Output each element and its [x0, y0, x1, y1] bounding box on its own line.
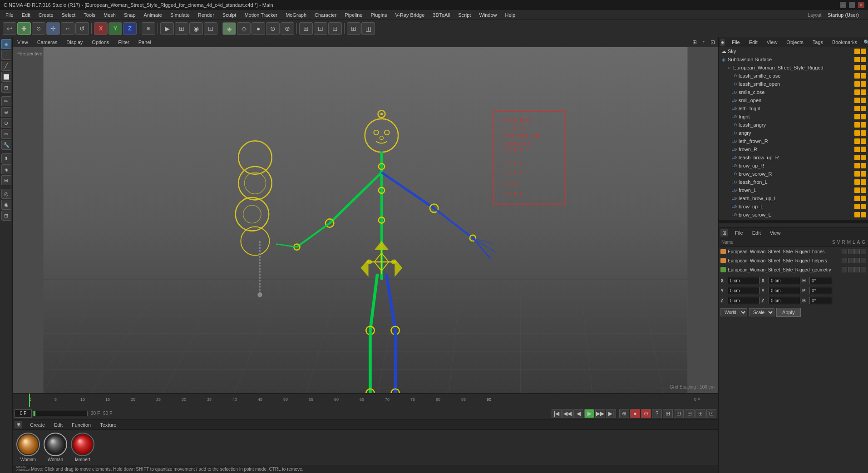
go-to-end[interactable]: ▶|	[606, 409, 616, 418]
dope-sheet[interactable]: ⊟	[685, 409, 695, 418]
rot-h-input[interactable]	[769, 277, 800, 284]
left-tool-select[interactable]: ◈	[1, 39, 11, 49]
vp-tab-display[interactable]: Display	[64, 39, 85, 46]
attr-menu-edit[interactable]: Edit	[750, 229, 764, 236]
fcurve[interactable]: ⊞	[695, 409, 705, 418]
pos-y-input[interactable]	[728, 287, 760, 294]
maximize-button[interactable]: □	[849, 2, 855, 8]
autokey-btn[interactable]: ⊙	[641, 409, 651, 418]
render-to-po[interactable]: ◉	[189, 22, 203, 35]
keyframe-mode[interactable]: ⊕	[619, 409, 629, 418]
obj-item-leash-smille-close[interactable]: L⊙ leash_smille_close	[719, 72, 868, 80]
left-tool-points[interactable]: ·	[1, 50, 11, 60]
play-forward[interactable]: ▶	[584, 409, 594, 418]
left-tool-extrude[interactable]: ⬆	[1, 153, 11, 163]
obj-item-brow-sorow-r[interactable]: L⊙ brow_sorow_R	[719, 170, 868, 178]
obj-item-fright[interactable]: L⊙ fright	[719, 113, 868, 121]
obj-item-smile-close[interactable]: L⊙ smile_close	[719, 88, 868, 96]
obj-item-leth-frown-r[interactable]: L⊙ leth_frown_R	[719, 137, 868, 145]
view-solid[interactable]: ◈	[222, 22, 236, 35]
pos-z-input[interactable]	[728, 297, 760, 304]
scale-p-input[interactable]	[809, 287, 832, 294]
close-button[interactable]: ✕	[858, 2, 864, 8]
render-region[interactable]: ⊡	[204, 22, 217, 35]
redo-button[interactable]: ✚	[17, 22, 31, 35]
vp-tab-options[interactable]: Options	[89, 39, 112, 46]
obj-item-leth-fright[interactable]: L⊙ leth_fright	[719, 104, 868, 113]
menu-tools[interactable]: Tools	[80, 11, 99, 19]
menu-snap[interactable]: Snap	[120, 11, 139, 19]
view-hidden[interactable]: ●	[252, 22, 265, 35]
left-tool-skin[interactable]: ⊞	[1, 211, 11, 221]
undo-button[interactable]: ↩	[3, 22, 16, 35]
helpers-ctrl-2[interactable]	[848, 258, 853, 263]
material-item-woman-1[interactable]: Woman	[16, 433, 40, 462]
menu-edit[interactable]: Edit	[18, 11, 34, 19]
coord-system[interactable]: ⊞	[142, 22, 155, 35]
viewport-3d[interactable]: Perspective	[13, 47, 718, 393]
timeline-ruler[interactable]: 0 5 10 15 20 25 30 35 40 45 50 55 60 65 …	[13, 393, 718, 407]
obj-menu-file[interactable]: File	[729, 39, 743, 46]
view-quick[interactable]: ⊕	[281, 22, 294, 35]
prev-frame[interactable]: ◀◀	[562, 409, 572, 418]
obj-item-angry[interactable]: L⊙ angry	[719, 129, 868, 137]
obj-menu-edit[interactable]: Edit	[746, 39, 760, 46]
snap-enable[interactable]: ⊞	[299, 22, 313, 35]
play-reverse[interactable]: ◀	[573, 409, 583, 418]
toggle-grid[interactable]: ⊞	[347, 22, 360, 35]
left-tool-bevel[interactable]: ◈	[1, 164, 11, 174]
vp-tab-view[interactable]: View	[15, 39, 31, 46]
menu-3dtoall[interactable]: 3DToAll	[429, 11, 454, 19]
apply-button[interactable]: Apply	[776, 308, 801, 317]
menu-script[interactable]: Script	[454, 11, 474, 19]
mat-menu-edit[interactable]: Edit	[51, 421, 65, 429]
scene-item-bones[interactable]: European_Woman_Street_Style_Rigged_bones	[719, 247, 868, 256]
y-axis-toggle[interactable]: Y	[108, 22, 122, 35]
snap-type[interactable]: ⊟	[328, 22, 342, 35]
coord-space-dropdown[interactable]: World Object Local	[720, 308, 747, 316]
obj-item-leash-angry[interactable]: L⊙ leash_angry	[719, 121, 868, 129]
obj-item-european-woman[interactable]: ○ European_Woman_Street_Style_Rigged	[719, 64, 868, 72]
snap-settings[interactable]: ⊡	[314, 22, 327, 35]
obj-item-sky[interactable]: ☁ Sky	[719, 47, 868, 55]
obj-menu-bookmarks[interactable]: Bookmarks	[829, 39, 860, 46]
x-axis-toggle[interactable]: X	[94, 22, 108, 35]
render-active[interactable]: ▶	[160, 22, 174, 35]
geo-ctrl-2[interactable]	[848, 267, 853, 272]
menu-file[interactable]: File	[2, 11, 17, 19]
obj-menu-tags[interactable]: Tags	[810, 39, 826, 46]
next-frame[interactable]: ▶▶	[595, 409, 605, 418]
scale-dropdown[interactable]: Scale	[749, 308, 774, 316]
vp-tab-panel[interactable]: Panel	[136, 39, 154, 46]
rotate-tool[interactable]: ↺	[75, 22, 89, 35]
mini-timeline[interactable]	[33, 411, 88, 416]
rot-b-input[interactable]	[769, 297, 800, 304]
geo-ctrl-3[interactable]	[854, 267, 860, 272]
scale-b-input[interactable]	[809, 297, 832, 304]
obj-item-leash-fron-l[interactable]: L⊙ leash_fron_L	[719, 178, 868, 186]
obj-item-leash-smille-open[interactable]: L⊙ leash_smille_open	[719, 80, 868, 88]
move-tool[interactable]: ✛	[46, 22, 60, 35]
mat-menu-function[interactable]: Function	[69, 421, 94, 429]
go-to-start[interactable]: |◀	[552, 409, 562, 418]
search-icon[interactable]: 🔍	[863, 39, 868, 45]
material-item-lambert[interactable]: lambert	[71, 433, 94, 462]
menu-sculpt[interactable]: Sculpt	[219, 11, 240, 19]
left-tool-bridge[interactable]: ⊟	[1, 175, 11, 185]
menu-render[interactable]: Render	[194, 11, 218, 19]
current-frame-input[interactable]	[15, 409, 32, 418]
menu-vray[interactable]: V-Ray Bridge	[392, 11, 429, 19]
motion-path[interactable]: ?	[652, 409, 662, 418]
left-tool-edges[interactable]: ╱	[1, 61, 11, 71]
menu-help[interactable]: Help	[502, 11, 519, 19]
menu-pipeline[interactable]: Pipeline	[341, 11, 366, 19]
menu-select[interactable]: Select	[58, 11, 79, 19]
rot-p-input[interactable]	[769, 287, 800, 294]
record-btn[interactable]: ●	[630, 409, 640, 418]
toggle-floor[interactable]: ◫	[361, 22, 375, 35]
vp-icon-2[interactable]: ↑	[700, 39, 707, 46]
obj-item-leash-brow-up-r[interactable]: L⊙ leash_brow_up_R	[719, 153, 868, 162]
obj-item-brow-sorow-l[interactable]: L⊙ brow_sorow_L	[719, 211, 868, 219]
left-tool-knife[interactable]: ✂	[1, 129, 11, 139]
snap-frames[interactable]: ⊞	[663, 409, 673, 418]
